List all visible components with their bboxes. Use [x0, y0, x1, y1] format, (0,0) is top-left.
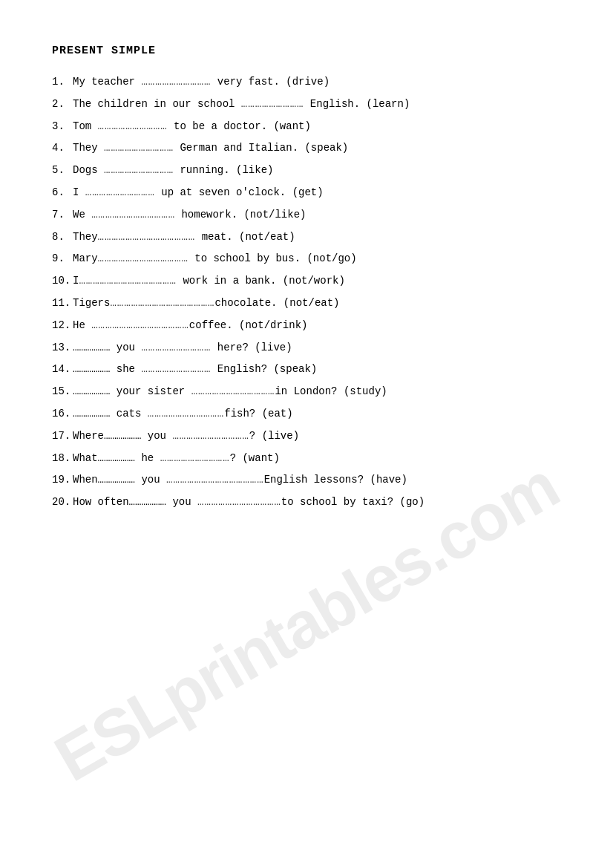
fill-dots: …………………………: [85, 186, 155, 198]
list-item: They ………………………… German and Italian. (spe…: [52, 140, 561, 157]
fill-dots: …………………………: [104, 164, 174, 176]
list-item: Tom ………………………… to be a doctor. (want): [52, 118, 561, 136]
list-item: How often……………… you ………………………………to schoo…: [52, 494, 561, 512]
list-item: ……………… she ………………………… English? (speak): [52, 361, 561, 379]
fill-dots: ……………………………: [148, 408, 224, 420]
fill-dots: …………………………: [141, 342, 211, 353]
fill-dots: …………………………: [141, 76, 211, 88]
fill-dots: …………………………: [141, 363, 211, 375]
fill-dots: ……………………………………: [98, 231, 196, 243]
fill-dots: ………………………………………: [110, 297, 214, 309]
page: PRESENT SIMPLE My teacher ………………………… ver…: [0, 0, 613, 868]
list-item: I ………………………… up at seven o'clock. (get): [52, 184, 561, 202]
exercise-list: My teacher ………………………… very fast. (drive)…: [52, 74, 561, 512]
fill-dots: ………………………………: [91, 209, 175, 221]
list-item: The children in our school ……………………… Eng…: [52, 96, 561, 114]
fill-dots: ………………………………: [191, 385, 275, 397]
fill-dots: ……………………………………: [166, 474, 264, 486]
fill-dots: ……………………………: [172, 430, 249, 442]
list-item: ……………… your sister ………………………………in London…: [52, 383, 561, 401]
list-item: Mary………………………………… to school by bus. (not…: [52, 250, 561, 268]
page-title: PRESENT SIMPLE: [52, 45, 561, 57]
list-item: He ……………………………………coffee. (not/drink): [52, 317, 561, 335]
fill-dots: …………………………: [104, 142, 174, 154]
fill-dots: ……………………………………: [91, 319, 189, 331]
fill-dots: ………………………: [241, 98, 304, 110]
fill-dots: ………………………………: [197, 496, 281, 508]
list-item: I…………………………………… work in a bank. (not/wor…: [52, 273, 561, 290]
list-item: ……………… you ………………………… here? (live): [52, 339, 561, 357]
list-item: They…………………………………… meat. (not/eat): [52, 229, 561, 247]
list-item: ……………… cats ……………………………fish? (eat): [52, 405, 561, 423]
list-item: My teacher ………………………… very fast. (drive): [52, 74, 561, 91]
fill-dots: …………………………: [98, 120, 168, 132]
fill-dots: …………………………………: [98, 252, 189, 264]
list-item: Dogs ………………………… running. (like): [52, 162, 561, 180]
fill-dots: ……………………………………: [79, 275, 177, 287]
list-item: Where……………… you ……………………………? (live): [52, 428, 561, 446]
list-item: Tigers………………………………………chocolate. (not/eat…: [52, 295, 561, 313]
fill-dots: …………………………: [160, 452, 230, 464]
list-item: We ……………………………… homework. (not/like): [52, 206, 561, 224]
list-item: What……………… he …………………………? (want): [52, 450, 561, 468]
list-item: When……………… you ……………………………………English les…: [52, 471, 561, 489]
